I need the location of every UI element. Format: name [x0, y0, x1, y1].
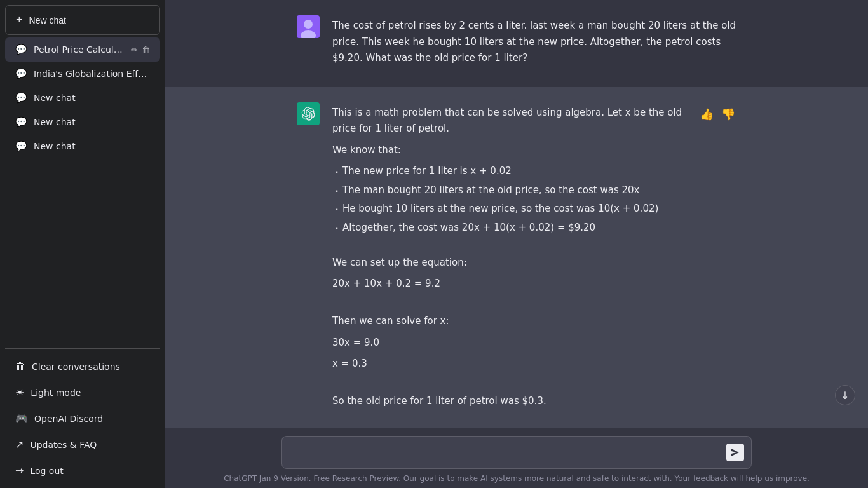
plus-icon: +: [16, 13, 23, 27]
sidebar-divider: [5, 348, 160, 349]
user-message-content: The cost of petrol rises by 2 cents a li…: [332, 15, 736, 72]
chat-icon: 💬: [15, 92, 27, 104]
main-content: The cost of petrol rises by 2 cents a li…: [165, 0, 868, 488]
equation: 20x + 10x + 0.2 = 9.2: [332, 276, 686, 292]
sidebar-chat-petrol[interactable]: 💬 Petrol Price Calculation ✏ 🗑: [5, 37, 160, 62]
sidebar: + New chat 💬 Petrol Price Calculation ✏ …: [0, 0, 165, 488]
chat-actions: ✏ 🗑: [131, 45, 150, 55]
message-assistant1: This is a math problem that can be solve…: [165, 87, 868, 429]
send-button[interactable]: [726, 444, 744, 461]
message-user1: The cost of petrol rises by 2 cents a li…: [165, 0, 868, 87]
logout-label: Log out: [30, 466, 63, 476]
solve-intro: Then we can solve for x:: [332, 313, 686, 330]
new-chat-button[interactable]: + New chat: [5, 5, 160, 35]
chat-label: New chat: [34, 93, 150, 103]
footer-disclaimer: . Free Research Preview. Our goal is to …: [309, 474, 810, 483]
faq-icon: ↗: [15, 438, 24, 451]
user-message-text: The cost of petrol rises by 2 cents a li…: [332, 18, 736, 67]
light-icon: ☀: [15, 386, 24, 398]
discord-label: OpenAI Discord: [34, 414, 103, 424]
bullet-2: He bought 10 liters at the new price, so…: [332, 201, 686, 217]
message-actions: 👍 👎: [698, 102, 736, 123]
sidebar-footer: 🗑 Clear conversations ☀ Light mode 🎮 Ope…: [5, 354, 160, 483]
version-link[interactable]: ChatGPT Jan 9 Version: [224, 474, 309, 483]
chat-label: New chat: [34, 117, 150, 127]
sidebar-chat-new3[interactable]: 💬 New chat: [5, 134, 160, 158]
clear-label: Clear conversations: [32, 362, 120, 372]
chat-messages: The cost of petrol rises by 2 cents a li…: [165, 0, 868, 428]
input-area: ChatGPT Jan 9 Version. Free Research Pre…: [165, 428, 868, 488]
chevron-down-icon: ↓: [841, 390, 849, 402]
chat-list: 💬 Petrol Price Calculation ✏ 🗑 💬 India's…: [5, 37, 160, 343]
user-avatar-image: [297, 15, 320, 38]
delete-icon[interactable]: 🗑: [142, 45, 150, 55]
message-inner: The cost of petrol rises by 2 cents a li…: [281, 15, 752, 72]
edit-icon[interactable]: ✏: [131, 45, 138, 55]
thumbs-up-button[interactable]: 👍: [698, 106, 715, 123]
chat-icon: 💬: [15, 68, 27, 79]
chat-icon: 💬: [15, 116, 27, 128]
assistant-bullets: The new price for 1 liter is x + 0.02The…: [332, 163, 686, 236]
new-chat-label: New chat: [29, 15, 66, 25]
main-wrapper: The cost of petrol rises by 2 cents a li…: [165, 0, 868, 488]
chat-icon: 💬: [15, 44, 27, 55]
chat-label: India's Globalization Efforts: [34, 69, 150, 79]
sidebar-footer-logout[interactable]: → Log out: [5, 458, 160, 483]
faq-label: Updates & FAQ: [30, 440, 97, 450]
chat-label: New chat: [34, 141, 150, 151]
bullet-0: The new price for 1 liter is x + 0.02: [332, 163, 686, 180]
equation-intro: We can set up the equation:: [332, 255, 686, 271]
assistant-message-content: This is a math problem that can be solve…: [332, 102, 686, 415]
input-wrapper: [281, 436, 752, 469]
sidebar-footer-light[interactable]: ☀ Light mode: [5, 380, 160, 405]
message-inner: This is a math problem that can be solve…: [281, 102, 752, 415]
openai-logo: [301, 107, 315, 121]
thumbs-down-button[interactable]: 👎: [720, 106, 736, 123]
svg-point-1: [304, 20, 313, 29]
sidebar-chat-india[interactable]: 💬 India's Globalization Efforts: [5, 62, 160, 86]
clear-icon: 🗑: [15, 360, 25, 372]
bullet-1: The man bought 20 liters at the old pric…: [332, 182, 686, 199]
user-avatar: [297, 15, 320, 38]
send-icon: [731, 448, 740, 457]
sidebar-chat-new1[interactable]: 💬 New chat: [5, 86, 160, 110]
assistant-we-know: We know that:: [332, 142, 686, 159]
footer-text: ChatGPT Jan 9 Version. Free Research Pre…: [224, 474, 810, 483]
bullet-3: Altogether, the cost was 20x + 10(x + 0.…: [332, 220, 686, 236]
chat-input[interactable]: [281, 436, 752, 469]
step2: x = 0.3: [332, 356, 686, 372]
logout-icon: →: [15, 464, 24, 477]
light-label: Light mode: [31, 388, 81, 398]
step1: 30x = 9.0: [332, 335, 686, 351]
conclusion: So the old price for 1 liter of petrol w…: [332, 393, 686, 410]
sidebar-chat-new2[interactable]: 💬 New chat: [5, 110, 160, 134]
assistant-avatar: [297, 102, 320, 125]
scroll-down-button[interactable]: ↓: [835, 385, 855, 405]
sidebar-footer-faq[interactable]: ↗ Updates & FAQ: [5, 432, 160, 457]
assistant-intro: This is a math problem that can be solve…: [332, 105, 686, 137]
chat-icon: 💬: [15, 140, 27, 152]
chat-label: Petrol Price Calculation: [34, 44, 125, 55]
sidebar-footer-discord[interactable]: 🎮 OpenAI Discord: [5, 406, 160, 431]
sidebar-footer-clear[interactable]: 🗑 Clear conversations: [5, 354, 160, 379]
discord-icon: 🎮: [15, 412, 28, 424]
